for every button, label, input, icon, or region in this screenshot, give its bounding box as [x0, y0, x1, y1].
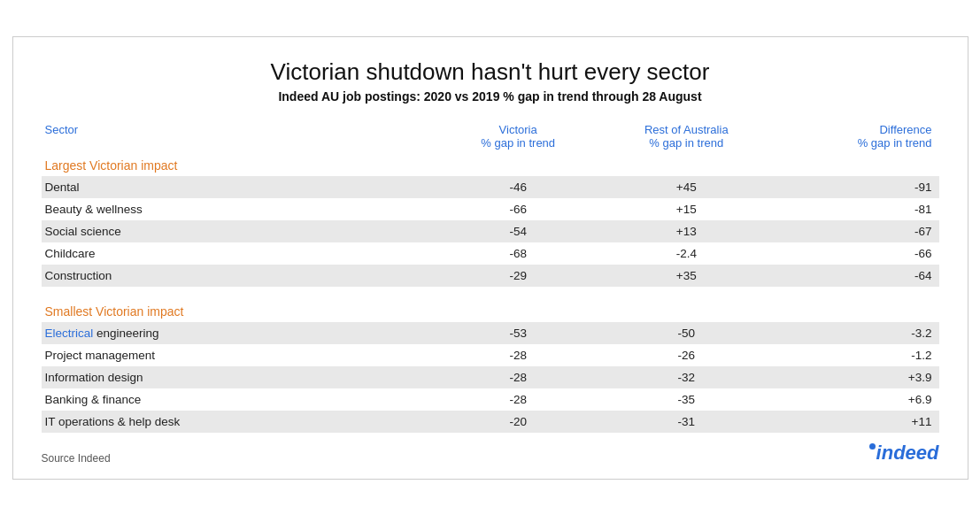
- victoria-header: Victoria % gap in trend: [434, 119, 602, 151]
- diff-cell: -1.2: [770, 344, 938, 366]
- diff-cell: -91: [770, 176, 938, 198]
- source-text: Source Indeed: [42, 452, 111, 465]
- diff-cell: -66: [770, 242, 938, 265]
- table-row: Social science -54 +13 -67: [42, 220, 939, 242]
- table-row: Dental -46 +45 -91: [42, 176, 939, 198]
- table-row: Childcare -68 -2.4 -66: [42, 242, 939, 265]
- largest-impact-header: Largest Victorian impact: [42, 151, 939, 176]
- roa-cell: +13: [602, 220, 770, 242]
- roa-header: Rest of Australia % gap in trend: [602, 119, 770, 151]
- diff-cell: -67: [770, 220, 938, 242]
- diff-cell: +3.9: [770, 366, 938, 388]
- smallest-impact-header: Smallest Victorian impact: [42, 297, 939, 322]
- spacer-row: [42, 287, 939, 297]
- card: Victorian shutdown hasn't hurt every sec…: [12, 36, 968, 480]
- sector-cell: Project management: [42, 344, 435, 366]
- roa-cell: -31: [602, 411, 770, 433]
- largest-label: Largest Victorian impact: [42, 151, 939, 176]
- victoria-cell: -28: [434, 388, 602, 411]
- logo-text: indeed: [876, 442, 939, 465]
- sector-cell: Information design: [42, 366, 435, 388]
- diff-cell: -64: [770, 265, 938, 287]
- table-row: Project management -28 -26 -1.2: [42, 344, 939, 366]
- diff-cell: -3.2: [770, 322, 938, 344]
- table-row: Beauty & wellness -66 +15 -81: [42, 198, 939, 220]
- roa-cell: -26: [602, 344, 770, 366]
- victoria-cell: -46: [434, 176, 602, 198]
- victoria-cell: -54: [434, 220, 602, 242]
- table-row: Banking & finance -28 -35 +6.9: [42, 388, 939, 411]
- sector-cell: Childcare: [42, 242, 435, 265]
- table-body: Largest Victorian impact Dental -46 +45 …: [42, 151, 939, 433]
- subtitle: Indeed AU job postings: 2020 vs 2019 % g…: [42, 89, 939, 104]
- footer: Source Indeed indeed: [42, 442, 939, 465]
- sector-cell: Electrical engineering: [42, 322, 435, 344]
- victoria-cell: -28: [434, 366, 602, 388]
- roa-cell: -50: [602, 322, 770, 344]
- data-table: Sector Victoria % gap in trend Rest of A…: [42, 119, 939, 433]
- indeed-logo: indeed: [869, 442, 939, 465]
- sector-cell: Construction: [42, 265, 435, 287]
- table-row: Electrical engineering -53 -50 -3.2: [42, 322, 939, 344]
- smallest-label: Smallest Victorian impact: [42, 297, 939, 322]
- sector-cell: Banking & finance: [42, 388, 435, 411]
- victoria-cell: -28: [434, 344, 602, 366]
- roa-cell: +35: [602, 265, 770, 287]
- logo-dot: [869, 443, 876, 450]
- roa-cell: +15: [602, 198, 770, 220]
- victoria-cell: -20: [434, 411, 602, 433]
- main-title: Victorian shutdown hasn't hurt every sec…: [42, 58, 939, 86]
- diff-cell: +6.9: [770, 388, 938, 411]
- table-row: Information design -28 -32 +3.9: [42, 366, 939, 388]
- roa-cell: -2.4: [602, 242, 770, 265]
- victoria-cell: -53: [434, 322, 602, 344]
- sector-cell: Dental: [42, 176, 435, 198]
- sector-cell: Beauty & wellness: [42, 198, 435, 220]
- roa-cell: -32: [602, 366, 770, 388]
- victoria-cell: -66: [434, 198, 602, 220]
- victoria-cell: -68: [434, 242, 602, 265]
- sector-cell: IT operations & help desk: [42, 411, 435, 433]
- roa-cell: +45: [602, 176, 770, 198]
- sector-cell: Social science: [42, 220, 435, 242]
- victoria-cell: -29: [434, 265, 602, 287]
- diff-cell: -81: [770, 198, 938, 220]
- table-row: Construction -29 +35 -64: [42, 265, 939, 287]
- sector-header: Sector: [42, 119, 435, 151]
- table-row: IT operations & help desk -20 -31 +11: [42, 411, 939, 433]
- roa-cell: -35: [602, 388, 770, 411]
- table-header: Sector Victoria % gap in trend Rest of A…: [42, 119, 939, 151]
- diff-cell: +11: [770, 411, 938, 433]
- diff-header: Difference % gap in trend: [770, 119, 938, 151]
